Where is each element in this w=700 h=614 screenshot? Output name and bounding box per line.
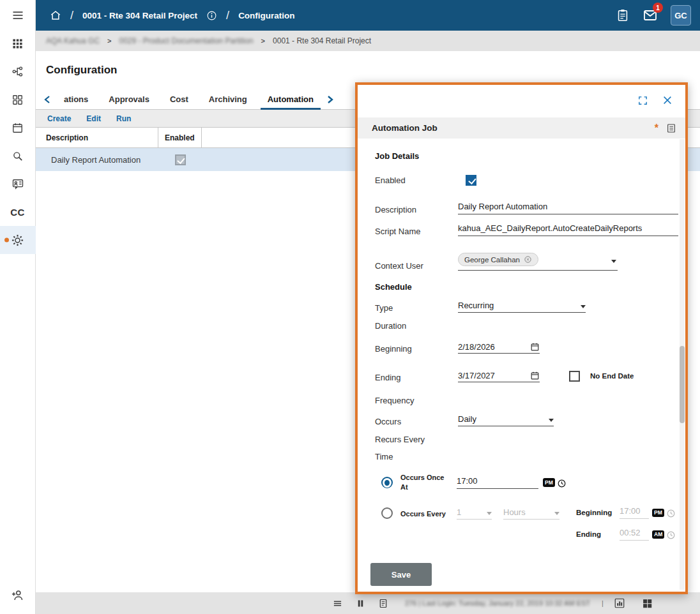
list-icon[interactable]: [332, 599, 343, 608]
occurs-every-radio[interactable]: [381, 507, 393, 519]
run-button[interactable]: Run: [116, 114, 131, 123]
every-ending-time-input: 00:52: [620, 528, 649, 541]
status-bar: 276 | Last Login: Tuesday, January 22, 2…: [36, 592, 700, 614]
add-person-icon: [11, 588, 24, 602]
row-enabled-checkbox: [175, 154, 186, 165]
ending-date-input[interactable]: 3/17/2027: [458, 371, 540, 382]
automation-job-dialog: Automation Job * Job Details Enabled Des…: [355, 82, 688, 594]
windows-icon[interactable]: [642, 598, 653, 609]
script-name-input[interactable]: kahua_AEC_DailyReport.AutoCreateDailyRep…: [458, 223, 678, 236]
info-icon[interactable]: [206, 10, 217, 21]
column-header-enabled[interactable]: Enabled: [158, 128, 202, 147]
tabs-scroll-right-icon[interactable]: [324, 95, 337, 104]
occurs-every-label: Occurs Every: [400, 509, 452, 519]
no-end-date-label: No End Date: [590, 372, 634, 380]
create-button[interactable]: Create: [47, 114, 71, 123]
dialog-scrollbar[interactable]: [680, 346, 685, 423]
sidebar-item-settings[interactable]: [0, 226, 36, 254]
close-icon[interactable]: [662, 95, 673, 106]
save-button[interactable]: Save: [370, 563, 432, 586]
document-icon[interactable]: [378, 598, 388, 609]
no-end-date-checkbox[interactable]: [569, 371, 580, 382]
tab-archiving[interactable]: Archiving: [199, 89, 257, 109]
tab-cost[interactable]: Cost: [160, 89, 199, 109]
context-user-chip: George Callahan: [458, 253, 538, 266]
every-beginning-time-input: 17:00: [620, 506, 649, 519]
ending-label: Ending: [375, 373, 458, 382]
avatar[interactable]: GC: [671, 5, 691, 26]
enabled-checkbox[interactable]: [466, 175, 476, 186]
mail-button[interactable]: 1: [643, 8, 658, 23]
sidebar-item-apps[interactable]: [0, 29, 36, 57]
sidebar-item-menu[interactable]: [0, 1, 36, 29]
sidebar-item-cc[interactable]: CC: [0, 198, 36, 226]
sidebar-item-calendar[interactable]: [0, 114, 36, 142]
tab-approvals[interactable]: Approvals: [98, 89, 160, 109]
beginning-label: Beginning: [375, 344, 458, 354]
messages-icon: [11, 177, 24, 190]
pause-icon[interactable]: [356, 598, 365, 609]
gear-icon: [11, 234, 24, 247]
enabled-label: Enabled: [375, 176, 458, 185]
chevron-down-icon: [487, 512, 492, 515]
schedule-heading: Schedule: [375, 282, 412, 292]
sidebar-item-messages[interactable]: [0, 170, 36, 198]
occurs-once-label: Occurs Once At: [400, 473, 452, 492]
tab-ations[interactable]: ations: [54, 89, 98, 109]
breadcrumb-chevron-icon: >: [107, 37, 111, 45]
meridiem-badge: PM: [652, 509, 664, 518]
context-user-picker[interactable]: George Callahan: [458, 253, 618, 271]
tab-label: Cost: [170, 94, 188, 104]
breadcrumb-item-domain[interactable]: AQA Kahua GC: [46, 36, 100, 45]
occurs-once-time-input[interactable]: 17:00: [457, 476, 538, 489]
row-description: Daily Report Automation: [36, 155, 158, 165]
time-label: Time: [375, 452, 393, 461]
ending-date-value: 3/17/2027: [458, 371, 495, 380]
calendar-icon[interactable]: [530, 371, 540, 380]
clock-icon: [666, 509, 676, 518]
clock-icon[interactable]: [557, 479, 567, 488]
beginning-date-input[interactable]: 2/18/2026: [458, 342, 540, 354]
dialog-header: Automation Job *: [358, 117, 685, 139]
search-icon: [11, 150, 24, 162]
breadcrumb-item-project[interactable]: 0001 - Rte 304 Retail Project: [273, 36, 371, 45]
duration-label: Duration: [375, 321, 406, 331]
every-beginning-label: Beginning: [576, 509, 620, 519]
clipboard-icon[interactable]: [616, 8, 630, 22]
edit-button[interactable]: Edit: [86, 114, 101, 123]
left-sidebar: CC: [0, 0, 36, 614]
description-input[interactable]: Daily Report Automation: [458, 202, 678, 214]
type-value: Recurring: [458, 301, 494, 310]
recurs-every-label: Recurs Every: [375, 435, 425, 444]
type-select[interactable]: Recurring: [458, 301, 586, 313]
tabs-scroll-left-icon[interactable]: [41, 95, 54, 104]
expand-icon[interactable]: [637, 95, 648, 106]
job-details-heading: Job Details: [375, 151, 419, 161]
sidebar-item-dashboard[interactable]: [0, 86, 36, 114]
interval-select: 1: [457, 507, 492, 520]
active-indicator-dot: [4, 238, 9, 243]
sidebar-item-search[interactable]: [0, 142, 36, 170]
remove-circle-icon[interactable]: [524, 255, 532, 264]
breadcrumb-item-partition[interactable]: 0029 - Product Documentation Partition: [119, 36, 253, 45]
occurs-once-radio[interactable]: [381, 477, 393, 488]
sidebar-item-add-user[interactable]: [0, 581, 36, 609]
occurs-label: Occurs: [375, 417, 458, 426]
every-ending-label: Ending: [576, 530, 620, 541]
project-title[interactable]: 0001 - Rte 304 Retail Project: [82, 11, 197, 20]
required-marker: *: [655, 123, 658, 134]
chip-label: George Callahan: [464, 256, 520, 264]
occurs-select[interactable]: Daily: [458, 414, 554, 426]
home-icon[interactable]: [50, 10, 61, 21]
sidebar-item-workflow[interactable]: [0, 57, 36, 86]
hamburger-icon: [11, 9, 24, 22]
current-section-label: Configuration: [238, 11, 294, 20]
tab-automation[interactable]: Automation: [257, 89, 324, 109]
type-label: Type: [375, 303, 458, 313]
unit-select: Hours: [503, 507, 559, 520]
form-view-icon[interactable]: [666, 123, 676, 133]
calendar-icon: [11, 122, 24, 134]
column-header-description[interactable]: Description: [36, 128, 158, 147]
calendar-icon[interactable]: [530, 342, 540, 352]
chart-icon[interactable]: [614, 597, 625, 609]
